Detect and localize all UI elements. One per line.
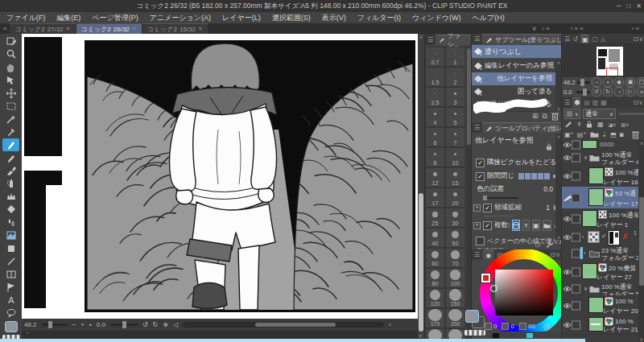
saturation-value-square[interactable]	[495, 270, 553, 315]
delete-subtool-icon[interactable]	[551, 112, 559, 121]
menu-item-6[interactable]: 表示(V)	[322, 13, 346, 23]
layer-thumbnail[interactable]	[582, 263, 597, 279]
layer-checkbox[interactable]	[572, 172, 580, 181]
main-color-swatch[interactable]	[5, 321, 18, 332]
brush-size-10[interactable]: 10	[445, 147, 465, 167]
layer-row-フォルダー 4[interactable]: ∨100 %通常フォルダー 4	[562, 150, 638, 167]
reset-rotation-icon[interactable]: ◔	[614, 87, 624, 97]
brush-size-12[interactable]: 12	[425, 167, 445, 187]
information-tab-icon[interactable]: ◬	[601, 35, 605, 43]
brush-tool[interactable]	[2, 164, 19, 177]
document-tab-26/32[interactable]: コミック226/32✕	[76, 23, 142, 34]
subtool-item-0[interactable]: 編集レイヤーのみ参照	[472, 60, 555, 73]
layer-checkbox[interactable]	[572, 301, 580, 310]
dock-collapse-icons-3[interactable]: › »	[632, 23, 639, 34]
layer-checkbox[interactable]	[572, 215, 580, 224]
horizontal-scrollbar[interactable]	[183, 322, 384, 328]
tab-list-icon[interactable]: ⊡∨	[550, 251, 560, 258]
subtool-tab[interactable]: サブツール[塗りつぶし]	[482, 34, 562, 44]
object-tool[interactable]	[2, 74, 19, 87]
transfer-down-icon[interactable]: ⇣	[602, 131, 608, 138]
wheel-mode-icon[interactable]: ◎	[543, 321, 551, 332]
ref-selected-layer-icon[interactable]: ▣	[532, 220, 540, 231]
fit-icon[interactable]: ≡	[637, 87, 644, 97]
navigator-zoom-slider[interactable]	[577, 81, 590, 84]
menu-item-0[interactable]: ファイル(F)	[6, 13, 45, 23]
decoration-tool[interactable]	[2, 190, 19, 203]
mask-thumbnail[interactable]	[608, 230, 620, 245]
scroll-right-icon[interactable]: ›	[389, 321, 391, 328]
menu-item-1[interactable]: 編集(E)	[56, 13, 80, 23]
zoom-tool[interactable]	[2, 48, 19, 61]
transparent-color-swatch[interactable]	[464, 330, 485, 336]
blend-tool[interactable]	[2, 216, 19, 229]
gradient-tool[interactable]	[2, 229, 19, 241]
layer-checkbox[interactable]	[572, 154, 580, 163]
brush-size-2.5[interactable]: 2.5	[425, 87, 445, 107]
zoom-in-icon[interactable]: +	[80, 321, 85, 328]
eye-icon[interactable]	[563, 142, 572, 148]
checkbox-area-scaling[interactable]: ✓	[483, 204, 492, 212]
new-raster-layer-icon[interactable]: ▣⁺	[564, 131, 574, 138]
hue-value[interactable]: 0	[493, 323, 497, 330]
rotate-right-icon[interactable]: ↻	[603, 87, 613, 97]
brush-size-60[interactable]: 60	[425, 248, 445, 268]
eye-icon[interactable]	[563, 286, 572, 292]
layer-property-tab-icon[interactable]: ▤	[584, 99, 590, 106]
opacity-slider[interactable]	[618, 113, 644, 115]
layer-scrollbar[interactable]: ∧∨	[638, 140, 644, 342]
selection-tool[interactable]	[2, 100, 19, 113]
color-margin-slider[interactable]	[483, 197, 518, 199]
line-tool[interactable]	[2, 255, 19, 268]
brush-size-15[interactable]: 15	[445, 167, 465, 187]
layer-thumbnail[interactable]	[582, 140, 597, 149]
undo-history-tab-icon[interactable]: ↺	[572, 35, 578, 43]
brush-size-5[interactable]: 5	[445, 107, 465, 127]
view-area-rect[interactable]	[606, 68, 618, 76]
tab-list-icon[interactable]: ⊡∨	[633, 99, 643, 106]
layer-row-レイヤー 16[interactable]: 100 %通レイヤー 16	[562, 166, 638, 187]
pen-tool[interactable]	[2, 138, 19, 151]
layer-thumbnail[interactable]	[588, 167, 604, 184]
expand-icon[interactable]: +	[473, 204, 481, 212]
blend-mode-dropdown[interactable]: 通常∨	[583, 109, 615, 119]
layer-row-レイヤー 20[interactable]: 100 %レイヤー 20	[562, 295, 638, 316]
navigator-zoom-value[interactable]: 46.2	[564, 79, 576, 86]
ref-folder-icon[interactable]	[543, 220, 551, 231]
brush-size-70[interactable]: 70	[445, 248, 465, 268]
navigator-preview[interactable]	[562, 43, 644, 77]
reset-rotation-icon[interactable]: ⊕	[163, 321, 168, 328]
menu-item-8[interactable]: ウィンドウ(W)	[412, 13, 461, 23]
eye-icon[interactable]	[563, 216, 572, 222]
brush-size-100[interactable]: 100	[445, 268, 465, 288]
close-gap-level[interactable]	[518, 173, 551, 179]
actual-size-icon[interactable]: ◉	[614, 77, 624, 87]
layer-checkbox[interactable]	[572, 233, 580, 242]
layer-thumbnail[interactable]	[588, 188, 604, 206]
brush-size-8[interactable]: 8	[425, 147, 445, 167]
layer-checkbox[interactable]	[572, 141, 580, 150]
brush-size-80[interactable]: 80	[425, 268, 445, 288]
navigator-rotation-value[interactable]: 0.0	[564, 89, 572, 96]
layer-row-レイヤー 1[interactable]: 100 %通常レイヤー 1	[562, 208, 638, 230]
merge-down-icon[interactable]: ⬒	[610, 131, 617, 138]
panel-menu-icon[interactable]: ☰	[474, 35, 480, 43]
dock-collapse-icons-1[interactable]: ∨ › »	[532, 23, 550, 34]
eye-icon[interactable]	[563, 269, 572, 275]
add-subtool-icon[interactable]: ⊞	[532, 112, 539, 121]
layer-row-フォルダー 2[interactable]: ›23 %通常フォルダー 2	[562, 245, 638, 262]
saturation-value[interactable]: 0	[510, 323, 514, 330]
vertical-scrollbar[interactable]: ∧∨	[418, 34, 424, 339]
brush-size-0.7[interactable]: 0.7	[425, 47, 445, 67]
eyedropper-tool[interactable]	[2, 126, 19, 138]
main-color-swatch[interactable]	[465, 310, 479, 323]
ref-all-layers-icon[interactable]	[512, 220, 520, 231]
brightness-value[interactable]: 60	[528, 323, 535, 330]
maximize-button[interactable]: □	[626, 0, 630, 12]
wand-tool[interactable]	[2, 113, 19, 126]
eraser-tool[interactable]	[2, 203, 19, 216]
draw-target-icon[interactable]	[564, 121, 572, 128]
checkbox-close-gap[interactable]: ✓	[476, 172, 485, 181]
ruler-dropdown-icon[interactable]: ◪∨	[608, 122, 616, 127]
document-tab-15/32[interactable]: コミック215/32✕	[142, 23, 208, 34]
